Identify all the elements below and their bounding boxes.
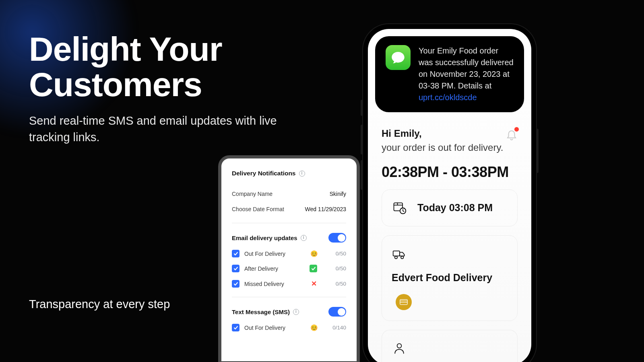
- phone-mute-switch: [361, 100, 363, 116]
- hero-copy: Delight Your Customers Send real-time SM…: [29, 31, 287, 146]
- tracking-page: Hi Emily, your order is out for delivery…: [368, 112, 531, 362]
- checkbox-after-delivery[interactable]: [232, 265, 239, 272]
- phone-volume-up: [361, 125, 363, 154]
- hero-title-line2: Customers: [29, 66, 202, 103]
- hero-title-line1: Delight Your: [29, 30, 222, 68]
- svg-point-4: [395, 256, 397, 258]
- package-clock-icon: [392, 200, 407, 216]
- phone-device: Your Emily Food order was successfully d…: [363, 24, 536, 362]
- notification-dot-icon: [514, 127, 519, 132]
- today-time-card[interactable]: Today 03:08 PM: [382, 189, 518, 226]
- char-count: 0/140: [332, 325, 346, 331]
- opt-label: After Delivery: [244, 265, 305, 272]
- email-toggle[interactable]: [328, 233, 346, 243]
- x-icon: ✕: [310, 280, 318, 288]
- char-count: 0/50: [336, 281, 346, 287]
- sms-toggle[interactable]: [328, 307, 346, 317]
- settings-panel-title-row: Delivery Notifications i: [232, 170, 346, 177]
- svg-point-7: [397, 343, 402, 348]
- hero-title: Delight Your Customers: [29, 31, 287, 102]
- carrier-name: Edvert Food Delivery: [392, 272, 492, 284]
- checkbox-out-for-delivery[interactable]: [232, 250, 239, 257]
- carrier-badge-icon: [396, 294, 412, 310]
- push-message-text: Your Emily Food order was successfully d…: [419, 45, 514, 103]
- smile-icon: 😊: [310, 324, 318, 331]
- info-icon[interactable]: i: [299, 171, 305, 177]
- phone-volume-down: [361, 160, 363, 190]
- email-opt-after-delivery: After Delivery 0/50: [232, 265, 346, 272]
- checkbox-missed-delivery[interactable]: [232, 280, 239, 288]
- svg-rect-6: [400, 299, 407, 304]
- truck-icon: [392, 246, 407, 261]
- today-time-text: Today 03:08 PM: [417, 202, 493, 214]
- company-name-value: Skinify: [330, 191, 346, 197]
- opt-label: Out For Delivery: [244, 325, 305, 331]
- info-icon[interactable]: i: [301, 235, 307, 241]
- messages-app-icon: [386, 45, 411, 70]
- notifications-bell-button[interactable]: [506, 128, 518, 142]
- date-format-value: Wed 11/29/2023: [305, 206, 347, 212]
- recipient-card[interactable]: Emily J North Loop, Minneapolis, MN, USA: [382, 330, 518, 362]
- date-format-label: Choose Date Format: [232, 206, 284, 212]
- phone-screen: Your Emily Food order was successfully d…: [368, 29, 531, 362]
- opt-label: Missed Delivery: [244, 281, 305, 287]
- greeting-subtext: your order is out for delivery.: [382, 142, 503, 153]
- char-count: 0/50: [336, 251, 346, 257]
- date-format-row: Choose Date Format Wed 11/29/2023: [232, 206, 346, 212]
- company-name-row: Company Name Skinify: [232, 191, 346, 197]
- settings-panel-title: Delivery Notifications: [232, 170, 296, 177]
- greeting-name: Hi Emily,: [382, 128, 422, 139]
- company-name-label: Company Name: [232, 191, 272, 197]
- smile-icon: 😊: [310, 250, 318, 257]
- sms-section-header: Text Message (SMS) i: [232, 307, 346, 317]
- opt-label: Out For Delivery: [244, 251, 305, 257]
- greeting: Hi Emily, your order is out for delivery…: [382, 127, 503, 155]
- email-opt-missed-delivery: Missed Delivery ✕ 0/50: [232, 280, 346, 288]
- push-link[interactable]: uprt.cc/okldscde: [419, 93, 477, 102]
- push-notification[interactable]: Your Emily Food order was successfully d…: [375, 36, 524, 112]
- char-count: 0/50: [336, 265, 346, 272]
- person-icon: [392, 341, 407, 356]
- phone-power-button: [536, 129, 539, 173]
- checkbox-sms-out-for-delivery[interactable]: [232, 324, 239, 331]
- sms-section-label: Text Message (SMS): [232, 309, 290, 315]
- tagline-text: Transparency at every step: [29, 298, 170, 311]
- divider: [232, 297, 346, 297]
- eta-window: 02:38PM - 03:38PM: [382, 164, 518, 181]
- email-opt-out-for-delivery: Out For Delivery 😊 0/50: [232, 250, 346, 257]
- email-section-header: Email delivery updates i: [232, 233, 346, 243]
- check-badge-icon: [310, 265, 317, 272]
- email-section-label: Email delivery updates: [232, 234, 297, 241]
- settings-panel-device: Delivery Notifications i Company Name Sk…: [218, 155, 360, 362]
- svg-point-5: [401, 256, 403, 258]
- sms-opt-out-for-delivery: Out For Delivery 😊 0/140: [232, 324, 346, 331]
- info-icon[interactable]: i: [293, 309, 299, 315]
- divider: [232, 223, 346, 223]
- svg-rect-3: [393, 251, 400, 256]
- hero-subtitle: Send real-time SMS and email updates wit…: [29, 113, 287, 145]
- push-text: Your Emily Food order was successfully d…: [419, 46, 514, 90]
- carrier-card[interactable]: Edvert Food Delivery: [382, 235, 518, 321]
